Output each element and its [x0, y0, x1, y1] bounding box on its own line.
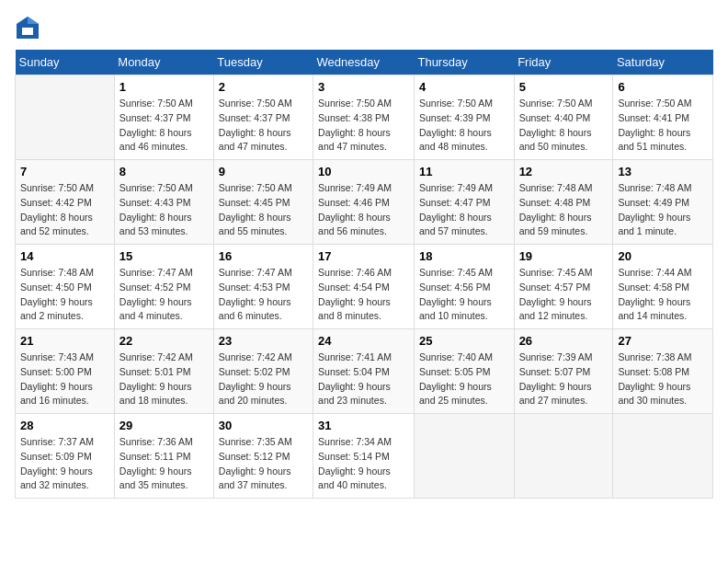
day-detail: Sunrise: 7:50 AMSunset: 4:37 PMDaylight:…	[119, 97, 209, 155]
header-cell-thursday: Thursday	[414, 50, 514, 75]
day-number: 22	[119, 334, 209, 348]
day-cell: 15Sunrise: 7:47 AMSunset: 4:52 PMDayligh…	[114, 245, 213, 329]
day-cell: 18Sunrise: 7:45 AMSunset: 4:56 PMDayligh…	[414, 245, 514, 329]
week-row-2: 7Sunrise: 7:50 AMSunset: 4:42 PMDaylight…	[16, 160, 713, 245]
day-detail: Sunrise: 7:50 AMSunset: 4:43 PMDaylight:…	[119, 181, 209, 239]
calendar-body: 1Sunrise: 7:50 AMSunset: 4:37 PMDaylight…	[16, 75, 713, 499]
day-detail: Sunrise: 7:42 AMSunset: 5:01 PMDaylight:…	[119, 350, 209, 408]
day-number: 24	[318, 334, 409, 348]
day-cell: 3Sunrise: 7:50 AMSunset: 4:38 PMDaylight…	[313, 75, 415, 160]
day-detail: Sunrise: 7:41 AMSunset: 5:04 PMDaylight:…	[318, 350, 409, 408]
day-number: 31	[318, 419, 409, 432]
day-number: 27	[618, 334, 708, 348]
day-cell: 20Sunrise: 7:44 AMSunset: 4:58 PMDayligh…	[613, 245, 713, 329]
day-number: 7	[20, 165, 109, 178]
day-detail: Sunrise: 7:50 AMSunset: 4:39 PMDaylight:…	[419, 97, 509, 155]
day-cell: 19Sunrise: 7:45 AMSunset: 4:57 PMDayligh…	[514, 245, 613, 329]
header	[15, 15, 713, 40]
day-detail: Sunrise: 7:50 AMSunset: 4:42 PMDaylight:…	[20, 181, 109, 239]
day-cell: 10Sunrise: 7:49 AMSunset: 4:46 PMDayligh…	[313, 160, 415, 245]
day-detail: Sunrise: 7:44 AMSunset: 4:58 PMDaylight:…	[618, 266, 708, 324]
day-number: 2	[219, 80, 308, 94]
day-cell: 21Sunrise: 7:43 AMSunset: 5:00 PMDayligh…	[16, 329, 115, 414]
day-detail: Sunrise: 7:46 AMSunset: 4:54 PMDaylight:…	[318, 266, 409, 324]
day-number: 17	[318, 249, 409, 263]
day-number: 29	[119, 419, 209, 432]
day-number: 26	[519, 334, 609, 348]
header-cell-tuesday: Tuesday	[213, 50, 313, 75]
day-cell: 22Sunrise: 7:42 AMSunset: 5:01 PMDayligh…	[114, 329, 213, 414]
day-cell: 14Sunrise: 7:48 AMSunset: 4:50 PMDayligh…	[16, 245, 115, 329]
header-cell-wednesday: Wednesday	[313, 50, 415, 75]
header-cell-sunday: Sunday	[16, 50, 115, 75]
day-number: 9	[219, 165, 308, 178]
day-detail: Sunrise: 7:45 AMSunset: 4:56 PMDaylight:…	[419, 266, 509, 324]
day-cell: 7Sunrise: 7:50 AMSunset: 4:42 PMDaylight…	[16, 160, 115, 245]
day-number: 14	[20, 249, 109, 263]
week-row-5: 28Sunrise: 7:37 AMSunset: 5:09 PMDayligh…	[16, 414, 713, 499]
header-row: SundayMondayTuesdayWednesdayThursdayFrid…	[16, 50, 713, 75]
day-number: 8	[119, 165, 209, 178]
page-container: SundayMondayTuesdayWednesdayThursdayFrid…	[15, 15, 713, 499]
day-detail: Sunrise: 7:50 AMSunset: 4:45 PMDaylight:…	[219, 181, 308, 239]
day-detail: Sunrise: 7:35 AMSunset: 5:12 PMDaylight:…	[219, 435, 308, 493]
day-number: 15	[119, 249, 209, 263]
day-number: 30	[219, 419, 308, 432]
day-detail: Sunrise: 7:48 AMSunset: 4:49 PMDaylight:…	[618, 181, 708, 239]
day-number: 19	[519, 249, 609, 263]
day-cell: 31Sunrise: 7:34 AMSunset: 5:14 PMDayligh…	[313, 414, 415, 499]
day-cell: 25Sunrise: 7:40 AMSunset: 5:05 PMDayligh…	[414, 329, 514, 414]
header-cell-friday: Friday	[514, 50, 613, 75]
day-number: 5	[519, 80, 609, 94]
day-number: 21	[20, 334, 109, 348]
week-row-4: 21Sunrise: 7:43 AMSunset: 5:00 PMDayligh…	[16, 329, 713, 414]
day-number: 11	[419, 165, 509, 178]
day-number: 10	[318, 165, 409, 178]
day-detail: Sunrise: 7:48 AMSunset: 4:48 PMDaylight:…	[519, 181, 609, 239]
svg-marker-1	[28, 17, 39, 24]
day-detail: Sunrise: 7:34 AMSunset: 5:14 PMDaylight:…	[318, 435, 409, 493]
day-detail: Sunrise: 7:40 AMSunset: 5:05 PMDaylight:…	[419, 350, 509, 408]
day-detail: Sunrise: 7:45 AMSunset: 4:57 PMDaylight:…	[519, 266, 609, 324]
day-number: 25	[419, 334, 509, 348]
day-number: 28	[20, 419, 109, 432]
day-detail: Sunrise: 7:50 AMSunset: 4:40 PMDaylight:…	[519, 97, 609, 155]
day-cell: 27Sunrise: 7:38 AMSunset: 5:08 PMDayligh…	[613, 329, 713, 414]
day-cell: 13Sunrise: 7:48 AMSunset: 4:49 PMDayligh…	[613, 160, 713, 245]
day-detail: Sunrise: 7:48 AMSunset: 4:50 PMDaylight:…	[20, 266, 109, 324]
day-cell: 12Sunrise: 7:48 AMSunset: 4:48 PMDayligh…	[514, 160, 613, 245]
day-number: 20	[618, 249, 708, 263]
day-detail: Sunrise: 7:50 AMSunset: 4:38 PMDaylight:…	[318, 97, 409, 155]
day-cell: 11Sunrise: 7:49 AMSunset: 4:47 PMDayligh…	[414, 160, 514, 245]
day-cell: 1Sunrise: 7:50 AMSunset: 4:37 PMDaylight…	[114, 75, 213, 160]
day-cell: 28Sunrise: 7:37 AMSunset: 5:09 PMDayligh…	[16, 414, 115, 499]
day-cell: 29Sunrise: 7:36 AMSunset: 5:11 PMDayligh…	[114, 414, 213, 499]
logo	[15, 15, 44, 40]
day-cell: 30Sunrise: 7:35 AMSunset: 5:12 PMDayligh…	[213, 414, 313, 499]
day-number: 23	[219, 334, 308, 348]
header-cell-monday: Monday	[114, 50, 213, 75]
day-cell: 2Sunrise: 7:50 AMSunset: 4:37 PMDaylight…	[213, 75, 313, 160]
day-number: 13	[618, 165, 708, 178]
day-cell: 5Sunrise: 7:50 AMSunset: 4:40 PMDaylight…	[514, 75, 613, 160]
day-cell	[514, 414, 613, 499]
day-cell: 26Sunrise: 7:39 AMSunset: 5:07 PMDayligh…	[514, 329, 613, 414]
day-number: 1	[119, 80, 209, 94]
day-cell: 23Sunrise: 7:42 AMSunset: 5:02 PMDayligh…	[213, 329, 313, 414]
day-detail: Sunrise: 7:49 AMSunset: 4:47 PMDaylight:…	[419, 181, 509, 239]
day-detail: Sunrise: 7:47 AMSunset: 4:52 PMDaylight:…	[119, 266, 209, 324]
day-cell: 24Sunrise: 7:41 AMSunset: 5:04 PMDayligh…	[313, 329, 415, 414]
svg-rect-2	[22, 28, 33, 35]
day-detail: Sunrise: 7:42 AMSunset: 5:02 PMDaylight:…	[219, 350, 308, 408]
day-detail: Sunrise: 7:38 AMSunset: 5:08 PMDaylight:…	[618, 350, 708, 408]
day-cell: 9Sunrise: 7:50 AMSunset: 4:45 PMDaylight…	[213, 160, 313, 245]
day-cell: 4Sunrise: 7:50 AMSunset: 4:39 PMDaylight…	[414, 75, 514, 160]
day-cell	[613, 414, 713, 499]
day-detail: Sunrise: 7:36 AMSunset: 5:11 PMDaylight:…	[119, 435, 209, 493]
day-detail: Sunrise: 7:50 AMSunset: 4:41 PMDaylight:…	[618, 97, 708, 155]
day-cell: 17Sunrise: 7:46 AMSunset: 4:54 PMDayligh…	[313, 245, 415, 329]
day-detail: Sunrise: 7:49 AMSunset: 4:46 PMDaylight:…	[318, 181, 409, 239]
day-detail: Sunrise: 7:47 AMSunset: 4:53 PMDaylight:…	[219, 266, 308, 324]
day-cell	[414, 414, 514, 499]
calendar-header: SundayMondayTuesdayWednesdayThursdayFrid…	[16, 50, 713, 75]
